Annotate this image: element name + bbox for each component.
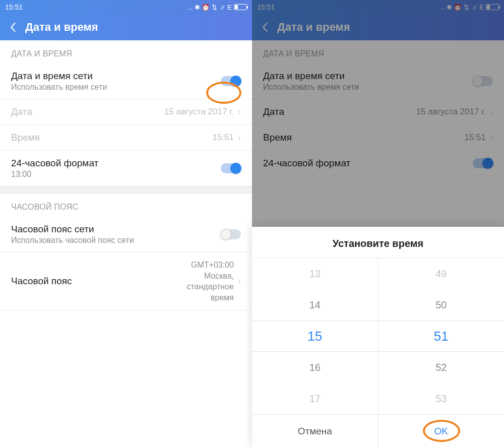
chevron-right-icon: › — [238, 133, 241, 143]
row-24h-format[interactable]: 24-часовой формат 13:00 — [0, 151, 252, 186]
chevron-right-icon: › — [238, 107, 241, 117]
back-icon[interactable] — [9, 22, 17, 33]
status-icons: ... ✱ ⏰ ⇅ ⫽ E — [439, 4, 499, 11]
row-title: Часовой пояс сети — [11, 224, 221, 235]
section-date-time-header: ДАТА И ВРЕМЯ — [0, 40, 252, 63]
row-value: 15 августа 2017 г. — [164, 107, 234, 117]
row-network-time: Дата и время сети Использовать время сет… — [252, 63, 504, 99]
status-bar: 15:51 ... ✱ ⏰ ⇅ ⫽ E — [252, 0, 504, 14]
picker-item[interactable]: 16 — [252, 352, 378, 383]
ok-button[interactable]: OK — [379, 415, 505, 448]
picker-item[interactable]: 49 — [379, 258, 505, 289]
hour-picker[interactable]: 13 14 15 16 17 — [252, 258, 379, 414]
picker-item[interactable]: 53 — [379, 383, 505, 414]
row-sub: Использовать часовой пояс сети — [11, 236, 221, 245]
row-title: Время — [11, 132, 212, 143]
screen-right: 15:51 ... ✱ ⏰ ⇅ ⫽ E Дата и время ДАТА И … — [252, 0, 504, 448]
modal-buttons: Отмена OK — [252, 414, 504, 448]
row-title: Дата — [11, 106, 164, 117]
row-title: Часовой пояс — [11, 276, 186, 287]
page-title: Дата и время — [25, 21, 98, 34]
screen-left: 15:51 ... ✱ ⏰ ⇅ ⫽ E Дата и время ДАТА И … — [0, 0, 252, 448]
row-value: 15:51 — [212, 133, 234, 143]
picker-item[interactable]: 17 — [252, 383, 378, 414]
header-bar: Дата и время — [0, 14, 252, 40]
row-date[interactable]: Дата 15 августа 2017 г. › — [0, 99, 252, 125]
row-network-timezone[interactable]: Часовой пояс сети Использовать часовой п… — [0, 217, 252, 252]
picker-item[interactable]: 13 — [252, 258, 378, 289]
picker-item[interactable]: 52 — [379, 352, 505, 383]
section-timezone-header: ЧАСОВОЙ ПОЯС — [0, 194, 252, 217]
status-bar: 15:51 ... ✱ ⏰ ⇅ ⫽ E — [0, 0, 252, 14]
status-time: 15:51 — [5, 3, 23, 11]
picker-item-selected[interactable]: 15 — [252, 321, 378, 352]
row-value: GMT+03:00 Москва, стандартное время — [186, 260, 234, 303]
format-24h-toggle[interactable] — [221, 163, 241, 173]
picker-item[interactable]: 50 — [379, 289, 505, 321]
row-sub: Использовать время сети — [11, 83, 221, 92]
page-title: Дата и время — [277, 21, 350, 34]
minute-picker[interactable]: 49 50 51 52 53 — [379, 258, 505, 414]
time-picker: 13 14 15 16 17 49 50 51 52 53 — [252, 258, 504, 414]
chevron-right-icon: › — [238, 276, 241, 287]
settings-content: ДАТА И ВРЕМЯ Дата и время сети Использов… — [0, 40, 252, 448]
cancel-button[interactable]: Отмена — [252, 415, 379, 448]
time-picker-modal: Установите время 13 14 15 16 17 49 50 51… — [252, 227, 504, 448]
row-title: Дата и время сети — [11, 71, 221, 82]
back-icon[interactable] — [261, 22, 269, 33]
status-time: 15:51 — [257, 3, 275, 11]
battery-icon — [486, 4, 499, 10]
row-time: Время 15:51 › — [252, 125, 504, 151]
status-icons: ... ✱ ⏰ ⇅ ⫽ E — [187, 4, 247, 11]
picker-item[interactable]: 14 — [252, 289, 378, 321]
network-time-toggle[interactable] — [221, 76, 241, 86]
row-network-time[interactable]: Дата и время сети Использовать время сет… — [0, 63, 252, 99]
battery-icon — [234, 4, 247, 10]
row-date: Дата 15 августа 2017 г. › — [252, 99, 504, 125]
header-bar: Дата и время — [252, 14, 504, 40]
picker-item-selected[interactable]: 51 — [379, 321, 505, 352]
row-24h-format: 24-часовой формат — [252, 151, 504, 176]
network-timezone-toggle[interactable] — [221, 229, 241, 239]
modal-title: Установите время — [252, 227, 504, 258]
row-time[interactable]: Время 15:51 › — [0, 125, 252, 151]
row-sub: 13:00 — [11, 170, 221, 179]
network-time-toggle — [473, 76, 493, 86]
row-timezone[interactable]: Часовой пояс GMT+03:00 Москва, стандартн… — [0, 252, 252, 310]
row-title: 24-часовой формат — [11, 158, 221, 169]
section-gap — [0, 186, 252, 194]
format-24h-toggle — [473, 158, 493, 168]
